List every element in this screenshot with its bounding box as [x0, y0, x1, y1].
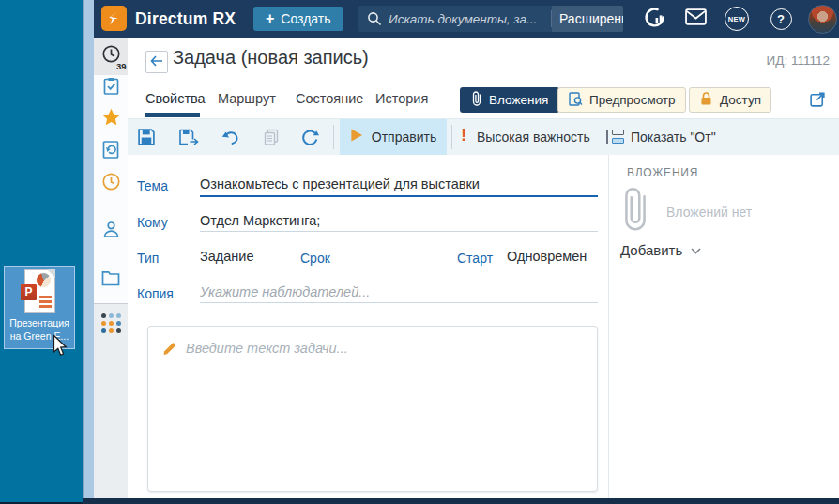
start-label: Старт: [457, 251, 493, 266]
pencil-icon: [162, 340, 178, 359]
undo-button[interactable]: [221, 130, 240, 145]
preview-icon: [568, 91, 583, 110]
attachments-empty-text: Вложений нет: [666, 205, 752, 220]
person-icon: [102, 220, 120, 244]
desktop-background: [0, 0, 83, 504]
save-button[interactable]: [137, 128, 156, 146]
back-button[interactable]: [145, 51, 168, 73]
tab-state[interactable]: Состояние: [296, 91, 363, 106]
type-underline: [200, 267, 280, 267]
inbox-count-badge: 39: [116, 61, 127, 71]
user-menu[interactable]: [805, 0, 839, 38]
module-sidebar: 39: [94, 38, 128, 498]
powerpoint-file-icon: P: [21, 269, 58, 314]
task-text-placeholder: Введите текст задачи...: [186, 341, 348, 356]
tab-properties[interactable]: Свойства: [145, 91, 206, 106]
to-underline: [200, 231, 598, 232]
search-input[interactable]: Искать документы, за... Расширенн: [358, 6, 623, 32]
paperclip-large-icon: [619, 186, 651, 237]
external-link-icon: [809, 90, 827, 112]
access-button[interactable]: Доступ: [689, 87, 771, 113]
folder-icon: [101, 270, 120, 295]
help-button[interactable]: ?: [766, 0, 796, 38]
show-from-icon[interactable]: [606, 130, 624, 145]
tab-route[interactable]: Маршрут: [218, 91, 276, 106]
sidebar-item-inbox[interactable]: 39: [94, 44, 128, 69]
screen: P Презентация на Green E... Directum RX …: [0, 0, 839, 504]
sidebar-item-recent[interactable]: [94, 172, 128, 196]
donut-chart-icon: [644, 7, 665, 32]
window-edge-strip: [83, 0, 94, 504]
refresh-button[interactable]: [300, 128, 319, 146]
high-importance-button[interactable]: Высокая важность: [477, 130, 590, 145]
to-field[interactable]: Отдел Маркетинга;: [200, 213, 320, 228]
clipboard-check-icon: [102, 76, 120, 100]
start-field[interactable]: Одновремен: [507, 249, 587, 264]
deadline-label: Срок: [300, 251, 330, 266]
clock-icon: 39: [101, 44, 121, 69]
avatar: [808, 5, 837, 34]
statistics-button[interactable]: [640, 0, 668, 38]
envelope-icon: [685, 8, 707, 29]
window-bottom-border: [83, 498, 839, 504]
attachments-button[interactable]: Вложения: [460, 87, 559, 113]
plus-icon: +: [266, 11, 274, 26]
back-arrow-icon: [150, 53, 163, 70]
show-from-button[interactable]: Показать "От": [631, 130, 716, 145]
tab-history[interactable]: История: [375, 91, 428, 106]
preview-button[interactable]: Предпросмотр: [557, 87, 686, 113]
top-bar: Directum RX + Создать Искать документы, …: [94, 0, 839, 38]
apps-grid-icon: [101, 313, 121, 338]
type-field[interactable]: Задание: [200, 249, 254, 264]
create-button[interactable]: + Создать: [253, 7, 343, 31]
add-attachment-button[interactable]: Добавить: [620, 241, 701, 258]
send-button[interactable]: Отправить: [340, 119, 447, 155]
pie-chart-graphic: [37, 273, 51, 287]
paperclip-icon: [471, 90, 482, 110]
advanced-search-button[interactable]: Расширенн: [552, 6, 623, 32]
desktop-file-presentation[interactable]: P Презентация на Green E...: [4, 266, 75, 349]
document-return-icon: [102, 140, 119, 164]
sidebar-item-folders[interactable]: [94, 270, 128, 295]
active-tab-underline: [145, 113, 200, 117]
app-title: Directum RX: [135, 0, 236, 38]
type-label: Тип: [137, 251, 159, 266]
exclamation-icon[interactable]: !: [461, 125, 466, 145]
copy-label: Копия: [137, 286, 174, 301]
sidebar-item-employees[interactable]: [94, 220, 128, 244]
attachments-panel-title: ВЛОЖЕНИЯ: [627, 166, 698, 179]
question-mark-icon: ?: [770, 8, 792, 30]
sidebar-item-favorites[interactable]: [94, 108, 128, 132]
toolbar-separator: [333, 125, 334, 149]
to-label: Кому: [137, 215, 168, 230]
copy-button[interactable]: [264, 129, 279, 145]
copy-underline: [200, 302, 598, 303]
mail-button[interactable]: [681, 0, 709, 38]
history-clock-icon: [101, 172, 121, 196]
subject-field[interactable]: Ознакомьтесь с презентацией для выставки: [200, 176, 480, 191]
whats-new-button[interactable]: NEW: [721, 0, 753, 38]
play-icon: [350, 128, 363, 146]
open-in-window-button[interactable]: [807, 90, 828, 111]
toolbar: Отправить ! Высокая важность Показать "О…: [128, 119, 839, 155]
deadline-field[interactable]: [351, 267, 437, 267]
page-title: Задача (новая запись): [173, 47, 369, 69]
chevron-down-icon: [691, 241, 701, 258]
desktop-file-label: Презентация на Green E...: [5, 317, 74, 343]
sidebar-item-assignments[interactable]: [94, 76, 128, 100]
save-and-close-button[interactable]: [178, 128, 199, 146]
powerpoint-letter: P: [21, 284, 37, 300]
lock-icon: [699, 91, 713, 109]
sidebar-item-drafts[interactable]: [94, 140, 128, 164]
subject-label: Тема: [137, 178, 168, 193]
copy-field[interactable]: Укажите наблюдателей...: [200, 284, 370, 299]
panel-divider: [608, 155, 609, 498]
toolbar-separator: [451, 125, 452, 149]
subject-underline: [200, 195, 598, 197]
sidebar-item-all-modules[interactable]: [94, 313, 128, 338]
new-badge-icon: NEW: [725, 7, 749, 31]
task-text-input[interactable]: Введите текст задачи...: [147, 326, 598, 492]
search-icon: [367, 11, 382, 26]
directum-logo-icon[interactable]: [101, 6, 127, 31]
search-placeholder: Искать документы, за...: [389, 12, 551, 26]
